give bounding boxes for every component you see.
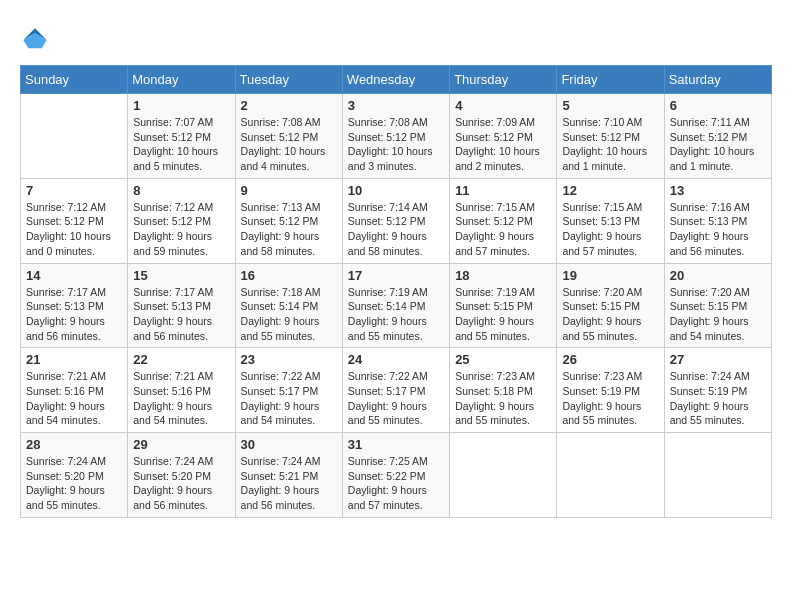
calendar-cell: 3Sunrise: 7:08 AM Sunset: 5:12 PM Daylig…	[342, 94, 449, 179]
calendar-cell: 26Sunrise: 7:23 AM Sunset: 5:19 PM Dayli…	[557, 348, 664, 433]
day-info: Sunrise: 7:18 AM Sunset: 5:14 PM Dayligh…	[241, 285, 337, 344]
day-header-tuesday: Tuesday	[235, 66, 342, 94]
svg-marker-1	[23, 33, 46, 48]
day-info: Sunrise: 7:15 AM Sunset: 5:12 PM Dayligh…	[455, 200, 551, 259]
page-header	[20, 20, 772, 55]
day-number: 20	[670, 268, 766, 283]
calendar-week-row: 14Sunrise: 7:17 AM Sunset: 5:13 PM Dayli…	[21, 263, 772, 348]
day-info: Sunrise: 7:21 AM Sunset: 5:16 PM Dayligh…	[133, 369, 229, 428]
day-number: 28	[26, 437, 122, 452]
day-number: 5	[562, 98, 658, 113]
day-info: Sunrise: 7:22 AM Sunset: 5:17 PM Dayligh…	[348, 369, 444, 428]
calendar-cell	[557, 433, 664, 518]
day-number: 17	[348, 268, 444, 283]
day-info: Sunrise: 7:25 AM Sunset: 5:22 PM Dayligh…	[348, 454, 444, 513]
day-info: Sunrise: 7:07 AM Sunset: 5:12 PM Dayligh…	[133, 115, 229, 174]
day-info: Sunrise: 7:10 AM Sunset: 5:12 PM Dayligh…	[562, 115, 658, 174]
day-info: Sunrise: 7:12 AM Sunset: 5:12 PM Dayligh…	[133, 200, 229, 259]
day-number: 6	[670, 98, 766, 113]
day-header-sunday: Sunday	[21, 66, 128, 94]
calendar-cell: 14Sunrise: 7:17 AM Sunset: 5:13 PM Dayli…	[21, 263, 128, 348]
calendar-cell: 20Sunrise: 7:20 AM Sunset: 5:15 PM Dayli…	[664, 263, 771, 348]
day-number: 26	[562, 352, 658, 367]
day-info: Sunrise: 7:17 AM Sunset: 5:13 PM Dayligh…	[133, 285, 229, 344]
calendar-cell: 18Sunrise: 7:19 AM Sunset: 5:15 PM Dayli…	[450, 263, 557, 348]
calendar-cell	[450, 433, 557, 518]
calendar-cell: 27Sunrise: 7:24 AM Sunset: 5:19 PM Dayli…	[664, 348, 771, 433]
calendar-cell: 1Sunrise: 7:07 AM Sunset: 5:12 PM Daylig…	[128, 94, 235, 179]
day-info: Sunrise: 7:22 AM Sunset: 5:17 PM Dayligh…	[241, 369, 337, 428]
day-info: Sunrise: 7:21 AM Sunset: 5:16 PM Dayligh…	[26, 369, 122, 428]
day-number: 8	[133, 183, 229, 198]
day-info: Sunrise: 7:16 AM Sunset: 5:13 PM Dayligh…	[670, 200, 766, 259]
logo-icon	[20, 25, 50, 55]
day-info: Sunrise: 7:24 AM Sunset: 5:19 PM Dayligh…	[670, 369, 766, 428]
day-info: Sunrise: 7:19 AM Sunset: 5:15 PM Dayligh…	[455, 285, 551, 344]
day-number: 29	[133, 437, 229, 452]
calendar-cell: 4Sunrise: 7:09 AM Sunset: 5:12 PM Daylig…	[450, 94, 557, 179]
day-info: Sunrise: 7:12 AM Sunset: 5:12 PM Dayligh…	[26, 200, 122, 259]
calendar-cell: 15Sunrise: 7:17 AM Sunset: 5:13 PM Dayli…	[128, 263, 235, 348]
day-number: 23	[241, 352, 337, 367]
day-info: Sunrise: 7:15 AM Sunset: 5:13 PM Dayligh…	[562, 200, 658, 259]
day-header-friday: Friday	[557, 66, 664, 94]
day-info: Sunrise: 7:08 AM Sunset: 5:12 PM Dayligh…	[241, 115, 337, 174]
calendar-cell: 12Sunrise: 7:15 AM Sunset: 5:13 PM Dayli…	[557, 178, 664, 263]
day-number: 14	[26, 268, 122, 283]
day-header-wednesday: Wednesday	[342, 66, 449, 94]
calendar-week-row: 7Sunrise: 7:12 AM Sunset: 5:12 PM Daylig…	[21, 178, 772, 263]
day-info: Sunrise: 7:24 AM Sunset: 5:21 PM Dayligh…	[241, 454, 337, 513]
day-info: Sunrise: 7:24 AM Sunset: 5:20 PM Dayligh…	[26, 454, 122, 513]
day-header-saturday: Saturday	[664, 66, 771, 94]
day-info: Sunrise: 7:23 AM Sunset: 5:19 PM Dayligh…	[562, 369, 658, 428]
day-number: 25	[455, 352, 551, 367]
day-number: 9	[241, 183, 337, 198]
calendar-cell	[21, 94, 128, 179]
calendar-cell: 6Sunrise: 7:11 AM Sunset: 5:12 PM Daylig…	[664, 94, 771, 179]
day-info: Sunrise: 7:17 AM Sunset: 5:13 PM Dayligh…	[26, 285, 122, 344]
day-number: 31	[348, 437, 444, 452]
calendar-week-row: 28Sunrise: 7:24 AM Sunset: 5:20 PM Dayli…	[21, 433, 772, 518]
day-number: 10	[348, 183, 444, 198]
day-number: 19	[562, 268, 658, 283]
calendar-body: 1Sunrise: 7:07 AM Sunset: 5:12 PM Daylig…	[21, 94, 772, 518]
calendar-cell: 13Sunrise: 7:16 AM Sunset: 5:13 PM Dayli…	[664, 178, 771, 263]
day-number: 11	[455, 183, 551, 198]
calendar-cell: 19Sunrise: 7:20 AM Sunset: 5:15 PM Dayli…	[557, 263, 664, 348]
calendar-week-row: 21Sunrise: 7:21 AM Sunset: 5:16 PM Dayli…	[21, 348, 772, 433]
day-number: 12	[562, 183, 658, 198]
day-number: 3	[348, 98, 444, 113]
calendar-cell: 30Sunrise: 7:24 AM Sunset: 5:21 PM Dayli…	[235, 433, 342, 518]
calendar-week-row: 1Sunrise: 7:07 AM Sunset: 5:12 PM Daylig…	[21, 94, 772, 179]
calendar-header-row: SundayMondayTuesdayWednesdayThursdayFrid…	[21, 66, 772, 94]
calendar-cell: 31Sunrise: 7:25 AM Sunset: 5:22 PM Dayli…	[342, 433, 449, 518]
day-info: Sunrise: 7:14 AM Sunset: 5:12 PM Dayligh…	[348, 200, 444, 259]
day-number: 7	[26, 183, 122, 198]
day-info: Sunrise: 7:19 AM Sunset: 5:14 PM Dayligh…	[348, 285, 444, 344]
day-number: 22	[133, 352, 229, 367]
calendar-cell: 29Sunrise: 7:24 AM Sunset: 5:20 PM Dayli…	[128, 433, 235, 518]
calendar-cell: 8Sunrise: 7:12 AM Sunset: 5:12 PM Daylig…	[128, 178, 235, 263]
calendar-cell: 10Sunrise: 7:14 AM Sunset: 5:12 PM Dayli…	[342, 178, 449, 263]
day-number: 1	[133, 98, 229, 113]
day-number: 21	[26, 352, 122, 367]
calendar-cell	[664, 433, 771, 518]
calendar-cell: 23Sunrise: 7:22 AM Sunset: 5:17 PM Dayli…	[235, 348, 342, 433]
day-header-monday: Monday	[128, 66, 235, 94]
day-number: 30	[241, 437, 337, 452]
calendar-cell: 21Sunrise: 7:21 AM Sunset: 5:16 PM Dayli…	[21, 348, 128, 433]
day-number: 2	[241, 98, 337, 113]
day-info: Sunrise: 7:08 AM Sunset: 5:12 PM Dayligh…	[348, 115, 444, 174]
day-number: 4	[455, 98, 551, 113]
day-number: 27	[670, 352, 766, 367]
day-number: 13	[670, 183, 766, 198]
calendar-cell: 28Sunrise: 7:24 AM Sunset: 5:20 PM Dayli…	[21, 433, 128, 518]
day-header-thursday: Thursday	[450, 66, 557, 94]
day-info: Sunrise: 7:20 AM Sunset: 5:15 PM Dayligh…	[670, 285, 766, 344]
calendar-cell: 2Sunrise: 7:08 AM Sunset: 5:12 PM Daylig…	[235, 94, 342, 179]
calendar-table: SundayMondayTuesdayWednesdayThursdayFrid…	[20, 65, 772, 518]
calendar-cell: 25Sunrise: 7:23 AM Sunset: 5:18 PM Dayli…	[450, 348, 557, 433]
calendar-cell: 5Sunrise: 7:10 AM Sunset: 5:12 PM Daylig…	[557, 94, 664, 179]
calendar-cell: 9Sunrise: 7:13 AM Sunset: 5:12 PM Daylig…	[235, 178, 342, 263]
day-number: 18	[455, 268, 551, 283]
